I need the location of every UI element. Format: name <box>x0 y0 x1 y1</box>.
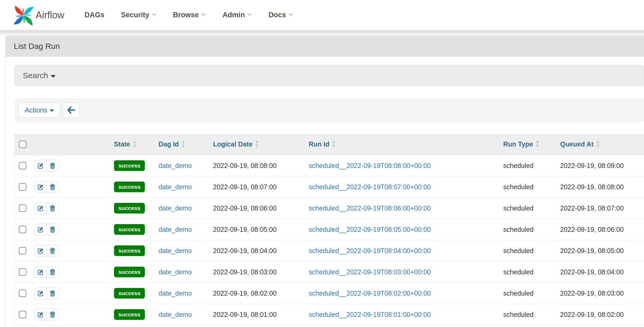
table-header-row: State Dag Id Logical Date Run Id Run Typ… <box>15 134 644 155</box>
row-select-checkbox[interactable] <box>19 268 26 276</box>
sort-arrows-icon <box>536 140 539 148</box>
dag-id-link[interactable]: date_demo <box>159 247 192 254</box>
status-badge: success <box>114 224 145 235</box>
delete-button[interactable] <box>47 224 58 235</box>
pencil-square-icon <box>37 162 44 169</box>
sort-arrows-icon <box>596 140 600 148</box>
nav-item-dags[interactable]: DAGs <box>76 0 113 30</box>
queued-at-cell: 2022-09-19, 08:09:00 <box>557 155 644 176</box>
dag-id-link[interactable]: date_demo <box>159 204 192 212</box>
caret-down-icon <box>201 14 206 16</box>
list-dag-run-panel: List Dag Run Search Actions <box>5 36 644 327</box>
delete-button[interactable] <box>47 160 58 171</box>
status-badge: success <box>114 182 145 192</box>
logical-date-cell: 2022-09-19, 08:01:00 <box>210 304 306 325</box>
row-actions <box>34 202 59 214</box>
column-header-queued-at[interactable]: Queued At <box>557 134 644 155</box>
logical-date-cell: 2022-09-19, 08:06:00 <box>210 198 306 219</box>
row-select-checkbox[interactable] <box>19 247 26 254</box>
search-label: Search <box>23 71 48 80</box>
dag-id-link[interactable]: date_demo <box>159 268 192 276</box>
delete-button[interactable] <box>47 266 58 278</box>
caret-down-icon <box>51 75 56 78</box>
nav-item-admin[interactable]: Admin <box>214 0 260 30</box>
column-header-run-type[interactable]: Run Type <box>500 134 557 155</box>
delete-button[interactable] <box>47 288 58 299</box>
status-badge: success <box>114 160 145 171</box>
trash-icon <box>49 205 56 212</box>
run-id-link[interactable]: scheduled__2022-09-19T08:01:00+00:00 <box>309 311 431 318</box>
dagrun-table-body: success date_demo 2022-09-19, 08:08:00 s… <box>15 155 644 325</box>
run-id-link[interactable]: scheduled__2022-09-19T08:08:00+00:00 <box>309 162 431 169</box>
edit-button[interactable] <box>35 181 47 192</box>
run-id-link[interactable]: scheduled__2022-09-19T08:06:00+00:00 <box>309 204 431 212</box>
edit-button[interactable] <box>35 160 47 171</box>
trash-icon <box>49 226 56 233</box>
queued-at-cell: 2022-09-19, 08:02:00 <box>557 304 644 325</box>
column-header-state[interactable]: State <box>111 134 155 155</box>
pencil-square-icon <box>37 269 44 275</box>
row-actions <box>34 224 59 235</box>
delete-button[interactable] <box>47 203 58 214</box>
edit-button[interactable] <box>35 309 47 320</box>
dag-id-link[interactable]: date_demo <box>159 311 192 318</box>
table-row: success date_demo 2022-09-19, 08:05:00 s… <box>15 219 644 240</box>
status-badge: success <box>114 309 145 320</box>
run-id-link[interactable]: scheduled__2022-09-19T08:07:00+00:00 <box>309 183 431 191</box>
sort-arrows-icon <box>133 140 136 148</box>
edit-button[interactable] <box>35 266 47 278</box>
row-actions <box>34 309 59 320</box>
trash-icon <box>49 184 56 190</box>
nav-item-security[interactable]: Security <box>113 0 165 30</box>
dag-id-link[interactable]: date_demo <box>159 183 192 191</box>
run-id-link[interactable]: scheduled__2022-09-19T08:02:00+00:00 <box>309 290 431 297</box>
dag-id-link[interactable]: date_demo <box>159 162 192 169</box>
pencil-square-icon <box>37 248 44 254</box>
run-id-link[interactable]: scheduled__2022-09-19T08:05:00+00:00 <box>309 226 431 233</box>
panel-body: Search Actions St <box>6 57 644 325</box>
row-select-checkbox[interactable] <box>19 311 26 318</box>
trash-icon <box>49 311 56 318</box>
trash-icon <box>49 162 56 169</box>
run-type-cell: scheduled <box>500 219 557 240</box>
row-select-checkbox[interactable] <box>19 290 26 297</box>
status-badge: success <box>114 267 145 277</box>
row-select-checkbox[interactable] <box>19 204 26 212</box>
airflow-brand[interactable]: Airflow <box>13 0 64 30</box>
table-row: success date_demo 2022-09-19, 08:03:00 s… <box>15 261 644 283</box>
edit-button[interactable] <box>35 203 47 214</box>
status-badge: success <box>114 245 145 256</box>
sort-arrows-icon <box>332 140 335 148</box>
search-toggle[interactable]: Search <box>14 65 644 86</box>
table-row: success date_demo 2022-09-19, 08:08:00 s… <box>15 155 644 176</box>
queued-at-cell: 2022-09-19, 08:04:00 <box>557 261 644 283</box>
trash-icon <box>49 248 56 254</box>
nav-item-docs[interactable]: Docs <box>260 0 301 30</box>
run-id-link[interactable]: scheduled__2022-09-19T08:04:00+00:00 <box>309 247 431 254</box>
column-header-logical-date[interactable]: Logical Date <box>210 134 306 155</box>
row-select-checkbox[interactable] <box>19 162 26 169</box>
row-select-checkbox[interactable] <box>19 226 26 233</box>
table-row: success date_demo 2022-09-19, 08:04:00 s… <box>15 240 644 261</box>
edit-button[interactable] <box>35 288 47 299</box>
run-id-link[interactable]: scheduled__2022-09-19T08:03:00+00:00 <box>309 268 431 276</box>
delete-button[interactable] <box>47 309 58 320</box>
status-badge: success <box>114 203 145 213</box>
column-header-dag-id[interactable]: Dag Id <box>155 134 210 155</box>
caret-down-icon <box>288 14 293 16</box>
navbar-shadow <box>0 30 644 36</box>
row-select-checkbox[interactable] <box>19 183 26 191</box>
delete-button[interactable] <box>47 181 58 192</box>
delete-button[interactable] <box>47 245 58 256</box>
edit-button[interactable] <box>35 245 47 256</box>
back-button[interactable] <box>63 103 80 118</box>
column-header-run-id[interactable]: Run Id <box>306 134 500 155</box>
select-all-checkbox[interactable] <box>19 141 26 148</box>
nav-item-browse[interactable]: Browse <box>165 0 214 30</box>
dag-id-link[interactable]: date_demo <box>159 290 192 297</box>
actions-dropdown-button[interactable]: Actions <box>19 103 60 118</box>
edit-button[interactable] <box>35 224 47 235</box>
row-actions <box>34 160 59 171</box>
page-title: List Dag Run <box>6 36 644 57</box>
dag-id-link[interactable]: date_demo <box>159 226 192 233</box>
